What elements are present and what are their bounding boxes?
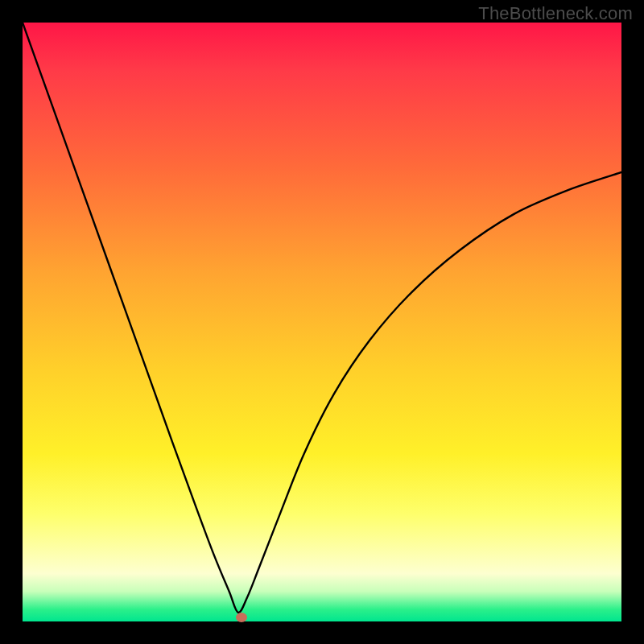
chart-frame: TheBottleneck.com	[0, 0, 644, 644]
bottleneck-curve	[23, 23, 621, 621]
watermark-text: TheBottleneck.com	[478, 3, 633, 24]
plot-area	[23, 23, 621, 621]
minimum-marker-dot	[236, 613, 247, 622]
